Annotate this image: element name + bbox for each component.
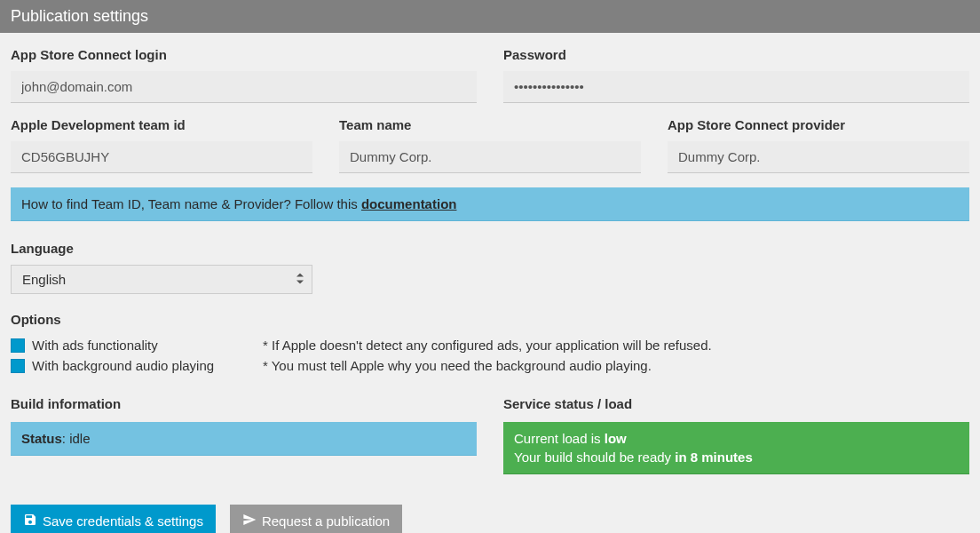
service-ready-prefix: Your build should be ready: [514, 449, 675, 465]
option-ads-row: With ads functionality * If Apple doesn'…: [11, 338, 969, 353]
build-status-box: Status: idle: [11, 422, 477, 456]
team-id-label: Apple Development team id: [11, 117, 312, 132]
content-area: App Store Connect login Password Apple D…: [0, 33, 980, 533]
service-ready-value: in 8 minutes: [675, 449, 753, 465]
service-load-prefix: Current load is: [514, 431, 605, 446]
team-id-field-group: Apple Development team id: [11, 117, 312, 173]
save-button[interactable]: Save credentials & settings: [11, 505, 216, 533]
audio-checkbox[interactable]: [11, 359, 25, 373]
service-status-group: Service status / load Current load is lo…: [503, 396, 969, 474]
audio-note: * You must tell Apple why you need the b…: [263, 358, 652, 373]
ads-checkbox[interactable]: [11, 338, 25, 353]
provider-field-group: App Store Connect provider: [668, 117, 969, 173]
request-button-label: Request a publication: [262, 513, 390, 529]
save-button-label: Save credentials & settings: [43, 513, 203, 529]
documentation-link[interactable]: documentation: [361, 196, 457, 211]
language-select[interactable]: English: [11, 265, 312, 294]
option-audio-row: With background audio playing * You must…: [11, 358, 969, 373]
team-name-field-group: Team name: [339, 117, 641, 173]
build-heading: Build information: [11, 396, 477, 411]
build-status-label: Status: [21, 431, 62, 446]
login-label: App Store Connect login: [11, 47, 477, 62]
language-label: Language: [11, 241, 969, 256]
page-header: Publication settings: [0, 0, 980, 33]
save-icon: [23, 513, 37, 529]
team-name-input[interactable]: [339, 141, 641, 173]
request-button[interactable]: Request a publication: [230, 505, 402, 533]
login-field-group: App Store Connect login: [11, 47, 477, 103]
send-icon: [242, 513, 257, 529]
build-info-group: Build information Status: idle: [11, 396, 477, 474]
provider-input[interactable]: [668, 141, 969, 173]
audio-label: With background audio playing: [32, 358, 263, 373]
service-load-value: low: [605, 431, 627, 446]
service-heading: Service status / load: [503, 396, 969, 411]
service-status-box: Current load is low Your build should be…: [503, 422, 969, 474]
password-label: Password: [503, 47, 969, 62]
build-status-value: idle: [69, 431, 90, 446]
language-field-group: Language English: [11, 241, 969, 294]
button-row: Save credentials & settings Request a pu…: [11, 505, 969, 533]
provider-label: App Store Connect provider: [668, 117, 969, 132]
service-load-line: Current load is low: [514, 431, 959, 446]
page-title: Publication settings: [11, 7, 148, 25]
login-input[interactable]: [11, 71, 477, 103]
ads-label: With ads functionality: [32, 338, 263, 353]
banner-text: How to find Team ID, Team name & Provide…: [21, 196, 361, 211]
ads-note: * If Apple doesn't detect any configured…: [263, 338, 712, 353]
password-field-group: Password: [503, 47, 969, 103]
build-status-sep: :: [62, 431, 69, 446]
service-ready-line: Your build should be ready in 8 minutes: [514, 449, 959, 465]
team-id-input[interactable]: [11, 141, 312, 173]
team-name-label: Team name: [339, 117, 641, 132]
password-input[interactable]: [503, 71, 969, 103]
options-heading: Options: [11, 312, 969, 327]
info-banner: How to find Team ID, Team name & Provide…: [11, 187, 969, 221]
